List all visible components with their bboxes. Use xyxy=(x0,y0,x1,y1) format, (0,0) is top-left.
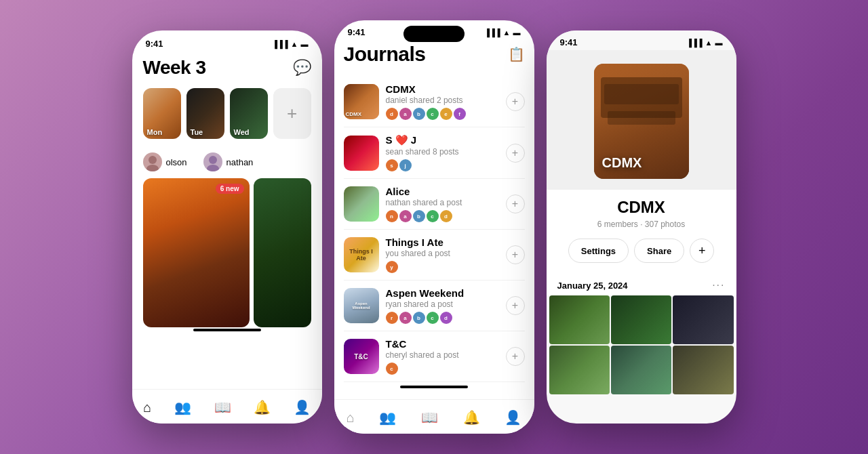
day-mon[interactable]: Mon xyxy=(143,88,181,139)
mini-avatar: f xyxy=(454,108,466,120)
mini-avatar: b xyxy=(413,210,425,222)
journal-add-alice[interactable]: + xyxy=(506,194,525,213)
journal-name-alice: Alice xyxy=(386,186,499,197)
svg-point-3 xyxy=(207,165,219,171)
journal-add-things[interactable]: + xyxy=(506,245,525,264)
cdmx-cover-label: CDMX xyxy=(602,155,642,171)
home-indicator-1 xyxy=(193,329,261,331)
nav-home-2[interactable]: ⌂ xyxy=(340,407,361,428)
mini-avatar: c xyxy=(427,210,439,222)
nav-people-2[interactable]: 👥 xyxy=(372,407,403,428)
cdmx-photo-4[interactable] xyxy=(549,346,610,394)
day-wed[interactable]: Wed xyxy=(230,88,268,139)
svg-point-1 xyxy=(146,165,159,171)
cdmx-photo-6[interactable] xyxy=(673,346,733,394)
cdmx-photo-3[interactable] xyxy=(673,295,733,344)
journal-name-sj: S ❤️ J xyxy=(386,134,499,146)
avatar-nathan xyxy=(203,152,222,171)
mini-avatar: b xyxy=(413,312,425,324)
journal-sub-sj: sean shared 8 posts xyxy=(386,147,499,157)
journal-item-tc[interactable]: T&C T&C cheryl shared a post c + xyxy=(344,331,525,382)
journal-sub-alice: nathan shared a post xyxy=(386,198,499,207)
phone-1-content: Week 3 💬 Mon Tue Wed + xyxy=(132,57,322,327)
cdmx-date-label: January 25, 2024 xyxy=(557,281,628,291)
nav-profile-1[interactable]: 👤 xyxy=(287,396,317,418)
status-time-3: 9:41 xyxy=(560,37,578,47)
cdmx-meta: 6 members · 307 photos xyxy=(557,220,726,229)
photo-side[interactable] xyxy=(254,178,311,327)
plus-icon: + xyxy=(698,244,706,258)
status-bar-1: 9:41 ▐▐▐ ▲ ▬ xyxy=(132,30,322,51)
avatar-olson xyxy=(143,152,162,171)
cdmx-photo-1[interactable] xyxy=(549,295,610,344)
share-button[interactable]: Share xyxy=(634,239,684,263)
nav-bell-2[interactable]: 🔔 xyxy=(456,407,487,428)
mini-avatar: a xyxy=(399,312,412,324)
photo-main[interactable]: 6 new xyxy=(143,178,250,327)
journal-thumb-aspen: AspenWeekend xyxy=(344,288,379,323)
journal-avatars-tc: c xyxy=(386,363,499,375)
journal-info-tc: T&C cheryl shared a post c xyxy=(386,338,499,375)
settings-button[interactable]: Settings xyxy=(568,239,629,263)
journal-item-things[interactable]: Things I Ate Things I Ate you shared a p… xyxy=(344,230,525,281)
mini-avatar: j xyxy=(399,159,412,171)
svg-point-2 xyxy=(209,156,217,164)
journal-thumb-alice xyxy=(344,186,379,222)
journal-add-tc[interactable]: + xyxy=(506,347,525,366)
journal-name-cdmx: CDMX xyxy=(386,83,499,95)
cdmx-cover: CDMX xyxy=(547,50,736,190)
mini-avatar: c xyxy=(386,363,398,375)
mini-avatar: r xyxy=(386,312,398,324)
add-button[interactable]: + xyxy=(690,239,714,263)
journal-item-cdmx[interactable]: CDMX CDMX daniel shared 2 posts d a b c … xyxy=(344,77,525,127)
journal-add-cdmx[interactable]: + xyxy=(506,92,525,111)
battery-icon: ▬ xyxy=(301,40,309,48)
cdmx-info: CDMX 6 members · 307 photos Settings Sha… xyxy=(547,190,736,272)
journal-info-alice: Alice nathan shared a post n a b c d xyxy=(386,186,499,222)
journal-item-alice[interactable]: Alice nathan shared a post n a b c d + xyxy=(344,179,525,230)
nav-profile-2[interactable]: 👤 xyxy=(498,407,528,428)
journal-avatars-alice: n a b c d xyxy=(386,210,499,222)
cdmx-photo-2[interactable] xyxy=(611,295,671,344)
journal-sub-cdmx: daniel shared 2 posts xyxy=(386,96,499,105)
mini-avatar: n xyxy=(386,210,398,222)
journal-item-aspen[interactable]: AspenWeekend Aspen Weekend ryan shared a… xyxy=(344,281,525,331)
journal-name-things: Things I Ate xyxy=(386,236,499,248)
journal-sub-tc: cheryl shared a post xyxy=(386,350,499,360)
nav-bell-1[interactable]: 🔔 xyxy=(247,396,277,418)
day-wed-label: Wed xyxy=(234,128,250,136)
nav-journals-2[interactable]: 📖 xyxy=(414,407,445,428)
wifi-icon-2: ▲ xyxy=(503,28,511,37)
mini-avatar: a xyxy=(399,210,412,222)
add-icon: + xyxy=(287,103,297,124)
mini-avatar: d xyxy=(440,210,452,222)
day-tue[interactable]: Tue xyxy=(186,88,224,139)
day-add-button[interactable]: + xyxy=(273,88,311,139)
journal-thumb-tc: T&C xyxy=(344,339,379,374)
journal-info-aspen: Aspen Weekend ryan shared a post r a b c… xyxy=(386,287,499,324)
cdmx-photo-5[interactable] xyxy=(611,346,671,394)
journal-item-sj[interactable]: S ❤️ J sean shared 8 posts s j + xyxy=(344,127,525,179)
nav-people-1[interactable]: 👥 xyxy=(167,396,198,418)
week-header: Week 3 💬 xyxy=(143,57,311,79)
chat-icon[interactable]: 💬 xyxy=(293,59,311,77)
journal-thumb-sj xyxy=(344,136,379,171)
journal-info-cdmx: CDMX daniel shared 2 posts d a b c e f xyxy=(386,83,499,120)
new-journal-icon[interactable]: 📋 xyxy=(508,46,525,62)
nav-home-1[interactable]: ⌂ xyxy=(136,397,158,418)
journal-sub-aspen: ryan shared a post xyxy=(386,300,499,309)
cdmx-cover-image: CDMX xyxy=(594,64,689,179)
friends-row: olson nathan xyxy=(143,152,311,171)
journal-add-aspen[interactable]: + xyxy=(506,296,525,315)
journal-info-things: Things I Ate you shared a post y xyxy=(386,236,499,273)
friend-olson: olson xyxy=(143,152,187,171)
journal-add-sj[interactable]: + xyxy=(506,144,525,163)
cdmx-date-header: January 25, 2024 ··· xyxy=(547,272,736,295)
status-bar-3: 9:41 ▐▐▐ ▲ ▬ xyxy=(547,30,736,50)
more-options-icon[interactable]: ··· xyxy=(712,279,725,291)
friend-nathan: nathan xyxy=(203,152,254,171)
journal-avatars-things: y xyxy=(386,261,499,273)
week-title: Week 3 xyxy=(143,57,206,79)
status-icons-3: ▐▐▐ ▲ ▬ xyxy=(686,39,722,47)
nav-journals-1[interactable]: 📖 xyxy=(208,396,238,418)
